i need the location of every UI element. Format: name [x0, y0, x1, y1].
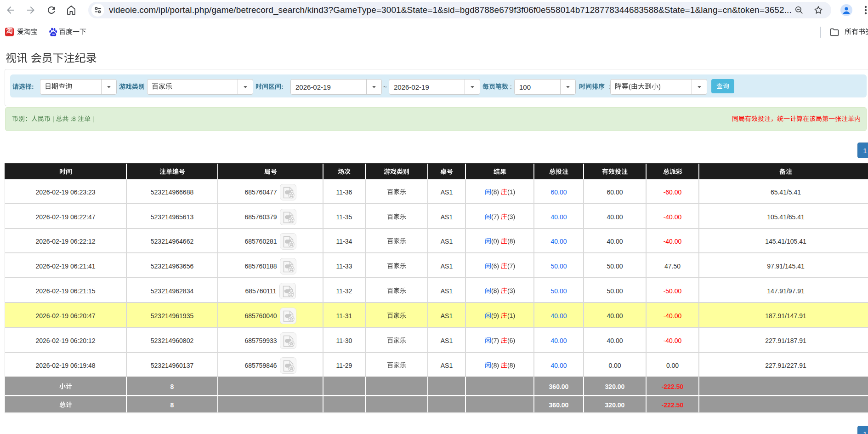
svg-text:du: du [52, 33, 55, 35]
